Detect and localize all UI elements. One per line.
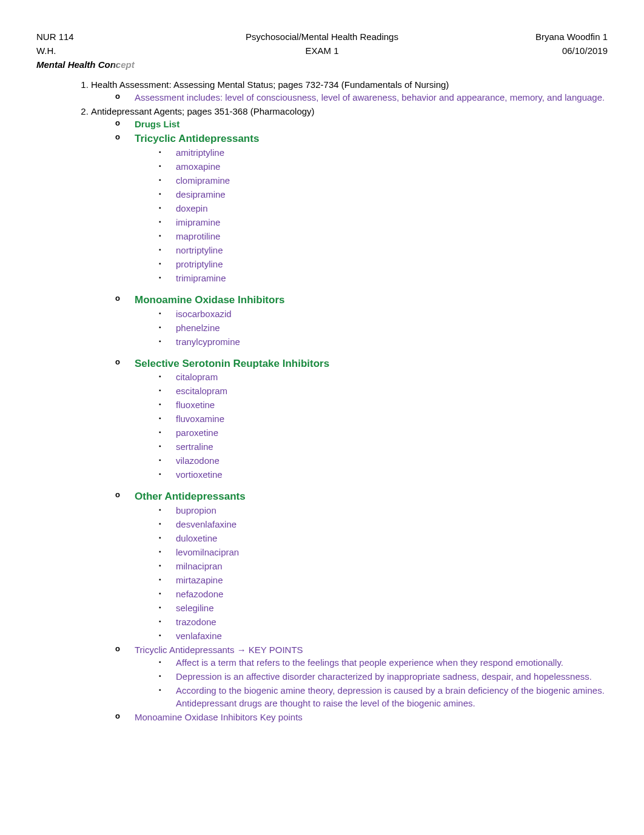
list-item: mirtazapine [159,574,608,586]
list-item: protriptyline [159,258,608,270]
list-item: vilazodone [159,454,608,467]
list-item: selegiline [159,602,608,614]
list-item: Affect is a term that refers to the feel… [159,656,608,669]
list-item-text: doxepin [176,203,208,213]
maoi-keypoints-heading: Monoamine Oxidase Inhibitors Key points [115,711,608,723]
list-item-text: fluvoxamine [176,414,224,424]
initials: W.H. [36,44,158,57]
list-item: imipramine [159,216,608,229]
tricyclic-drugs: amitriptylineamoxapineclomipraminedesipr… [159,146,608,284]
list-item-text: nortriptyline [176,245,223,255]
list-item-text: vilazodone [176,455,220,466]
list-item-text: fluoxetine [176,400,215,410]
item1-sub: Assessment includes: level of consciousn… [115,91,608,104]
list-item-text: Affect is a term that refers to the feel… [176,657,563,668]
list-item-text: selegiline [176,603,214,613]
tricyclic-keypoints-heading: Tricyclic Antidepressants → KEY POINTS A… [115,643,608,709]
list-item: fluoxetine [159,398,608,411]
list-item: clomipramine [159,174,608,187]
ssri-heading: Selective Serotonin Reuptake Inhibitors … [115,357,608,481]
list-item-text: According to the biogenic amine theory, … [176,685,605,708]
item1-sub-text: Assessment includes: level of consciousn… [135,92,605,102]
other-heading: Other Antidepressants bupropiondesvenlaf… [115,489,608,642]
exam-label: EXAM 1 [158,44,486,57]
maoi-heading: Monoamine Oxidase Inhibitors isocarboxaz… [115,293,608,348]
list-item-text: escitalopram [176,386,227,396]
list-item: milnacipran [159,560,608,572]
list-item: amoxapine [159,160,608,173]
list-item-text: isocarboxazid [176,309,232,319]
tricyclic-kp-title: Tricyclic Antidepressants → KEY POINTS [135,645,303,655]
list-item: bupropion [159,504,608,517]
drugs-list-text: Drugs List [135,119,179,129]
list-item-text: milnacipran [176,561,223,571]
other-title: Other Antidepressants [135,491,246,502]
list-item-text: bupropion [176,505,216,515]
list-item: fluvoxamine [159,412,608,425]
list-item-text: trimipramine [176,273,226,283]
list-item: doxepin [159,202,608,215]
list-item: Depression is an affective disorder char… [159,670,608,683]
other-drugs: bupropiondesvenlafaxineduloxetinelevomil… [159,504,608,642]
list-item: vortioxetine [159,468,608,481]
list-item-text: sertraline [176,441,213,452]
list-item-text: protriptyline [176,259,223,269]
header-row-2: W.H. EXAM 1 06/10/2019 [36,44,608,57]
list-item-text: duloxetine [176,533,217,543]
item1-sublist: Assessment includes: level of consciousn… [115,91,608,104]
course-code: NUR 114 [36,30,158,43]
header-row-1: NUR 114 Psychosocial/Mental Health Readi… [36,30,608,43]
list-item: venlafaxine [159,629,608,642]
doc-title: Psychosocial/Mental Health Readings [158,30,486,43]
item2-text: Antidepressant Agents; pages 351-368 (Ph… [91,106,315,116]
list-item-1: Health Assessment: Assessing Mental Stat… [91,78,608,104]
kp-title-a: Tricyclic Antidepressants [135,645,237,655]
list-item: phenelzine [159,321,608,334]
list-item-text: imipramine [176,217,220,227]
list-item: isocarboxazid [159,307,608,320]
list-item-text: paroxetine [176,428,218,438]
doc-date: 06/10/2019 [486,44,608,57]
tricyclic-heading: Tricyclic Antidepressants amitriptylinea… [115,132,608,284]
list-item-text: levomilnacipran [176,547,239,557]
list-item-text: amoxapine [176,161,220,172]
list-item-text: tranylcypromine [176,337,240,347]
list-item: amitriptyline [159,146,608,159]
ssri-drugs: citalopramescitalopram fluoxetinefluvoxa… [159,371,608,481]
drugs-list-label: Drugs List [115,118,608,130]
list-item: desvenlafaxine [159,518,608,531]
list-item-text: citalopram [176,372,218,382]
maoi-title: Monoamine Oxidase Inhibitors [135,294,284,306]
list-item: duloxetine [159,532,608,545]
tricyclic-title: Tricyclic Antidepressants [135,133,259,144]
list-item: trazodone [159,615,608,628]
list-item-text: amitriptyline [176,147,224,158]
list-item-text: desipramine [176,189,226,200]
blur-decoration [115,57,170,72]
list-item-text: phenelzine [176,323,220,333]
list-item: citalopram [159,371,608,383]
tricyclic-keypoints: Affect is a term that refers to the feel… [159,656,608,709]
list-item: trimipramine [159,272,608,284]
list-item-text: nefazodone [176,589,223,599]
list-item-text: mirtazapine [176,575,223,585]
list-item: paroxetine [159,426,608,439]
list-item-text: maprotiline [176,231,220,241]
list-item-text: clomipramine [176,175,230,186]
list-item: sertraline [159,440,608,453]
main-ordered-list: Health Assessment: Assessing Mental Stat… [79,78,608,723]
list-item: According to the biogenic amine theory, … [159,684,608,709]
list-item: desipramine [159,188,608,201]
list-item-text: venlafaxine [176,631,222,641]
author-name: Bryana Woodfin 1 [486,30,608,43]
list-item: maprotiline [159,230,608,243]
ssri-title: Selective Serotonin Reuptake Inhibitors [135,358,329,369]
list-item-text: desvenlafaxine [176,519,236,529]
list-item: tranylcypromine [159,335,608,348]
list-item: nefazodone [159,588,608,600]
arrow-icon: → [237,645,246,655]
list-item: nortriptyline [159,244,608,257]
list-item-text: trazodone [176,617,216,627]
kp-title-b: KEY POINTS [246,645,303,655]
item1-text: Health Assessment: Assessing Mental Stat… [91,79,449,90]
